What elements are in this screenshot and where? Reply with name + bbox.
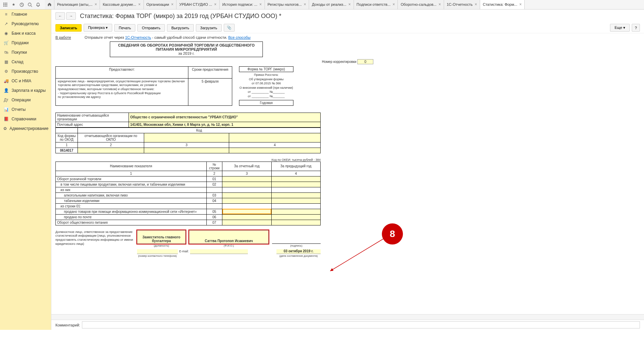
cell-current-07[interactable] bbox=[222, 220, 271, 225]
tab-8[interactable]: Оборотно-сальдов...× bbox=[398, 0, 444, 9]
sidebar-item-9[interactable]: ДтОперации bbox=[0, 95, 51, 105]
page-title: Статистика: Форма ТОРГ (микро) за 2019 г… bbox=[80, 13, 282, 20]
cell-current-06[interactable] bbox=[222, 214, 271, 220]
signature-area: Должностное лицо, ответственное за предо… bbox=[55, 230, 321, 247]
tab-close-icon[interactable]: × bbox=[95, 2, 97, 6]
help-button[interactable]: ? bbox=[632, 24, 640, 32]
cell-prev-07[interactable] bbox=[271, 220, 320, 225]
apps-icon[interactable] bbox=[1, 1, 10, 9]
sidebar-item-1[interactable]: ↗Руководителю bbox=[0, 19, 51, 29]
sidebar-item-12[interactable]: ✿Администрирование bbox=[0, 124, 51, 133]
sidebar-item-7[interactable]: 🚚ОС и НМА bbox=[0, 76, 51, 86]
date-field[interactable]: 03 октября 2019 г. bbox=[276, 249, 321, 254]
tab-3[interactable]: УРБАН СТУДИО ...× bbox=[176, 0, 220, 9]
status-label: В работе bbox=[55, 35, 71, 39]
sidebar-item-4[interactable]: 🛍Покупки bbox=[0, 48, 51, 57]
comment-input[interactable] bbox=[82, 321, 640, 328]
form-area[interactable]: СВЕДЕНИЯ ОБ ОБОРОТАХ РОЗНИЧНОЙ ТОРГОВЛИ … bbox=[51, 41, 644, 314]
cell-prev-06[interactable] bbox=[271, 214, 320, 220]
write-button[interactable]: Записать bbox=[55, 24, 82, 32]
email-input[interactable] bbox=[190, 249, 248, 254]
history-icon[interactable] bbox=[18, 1, 26, 9]
tab-7[interactable]: Подписи ответств...× bbox=[354, 0, 398, 9]
sidebar-item-0[interactable]: ≡Главное bbox=[0, 10, 51, 19]
sidebar-label: Отчеты bbox=[12, 107, 26, 112]
tab-close-icon[interactable]: × bbox=[392, 2, 395, 6]
sig-position-box[interactable]: Заместитель главного бухгалтера (должнос… bbox=[137, 230, 186, 247]
tab-1[interactable]: Кассовые докуме...× bbox=[100, 0, 143, 9]
tab-close-icon[interactable]: × bbox=[439, 2, 441, 6]
org-table: Наименование отчитывающейся организации … bbox=[55, 113, 321, 128]
cell-prev-04[interactable] bbox=[271, 198, 320, 203]
nav-forward-button[interactable]: → bbox=[66, 12, 76, 20]
tab-6[interactable]: Доходы от реализ...× bbox=[309, 0, 354, 9]
sig-sign-box[interactable]: (подпись) bbox=[272, 230, 321, 247]
horizontal-scrollbar[interactable] bbox=[51, 314, 644, 320]
tab-close-icon[interactable]: × bbox=[475, 2, 477, 6]
sidebar-label: Продажи bbox=[12, 40, 29, 45]
cell-prev-01[interactable] bbox=[271, 176, 320, 182]
tab-9[interactable]: 1С-Отчетность× bbox=[444, 0, 480, 9]
svg-line-11 bbox=[330, 239, 384, 271]
sidebar-item-8[interactable]: 👤Зарплата и кадры bbox=[0, 86, 51, 95]
cell-current-01[interactable] bbox=[222, 176, 271, 182]
search-icon[interactable] bbox=[26, 1, 34, 9]
star-icon[interactable]: ★ bbox=[10, 1, 18, 9]
tab-close-icon[interactable]: × bbox=[138, 2, 141, 6]
data-table: Наименование показателя № строки За отче… bbox=[55, 162, 321, 225]
tab-home[interactable] bbox=[45, 0, 54, 9]
callout-arrow bbox=[327, 235, 385, 276]
cell-current-02[interactable] bbox=[222, 182, 271, 187]
cell-current-04[interactable] bbox=[222, 198, 271, 203]
tab-2[interactable]: Организации× bbox=[144, 0, 177, 9]
sidebar-icon: 📕 bbox=[3, 116, 9, 122]
sidebar-item-11[interactable]: 📕Справочники bbox=[0, 114, 51, 124]
tab-close-icon[interactable]: × bbox=[171, 2, 173, 6]
link-all-ways[interactable]: Все способы bbox=[228, 35, 251, 39]
send-button[interactable]: Отправить bbox=[137, 24, 165, 32]
sidebar-item-5[interactable]: ▦Склад bbox=[0, 57, 51, 67]
svg-point-10 bbox=[28, 3, 31, 6]
print-button[interactable]: Печать bbox=[114, 24, 135, 32]
callout-badge: 8 bbox=[382, 223, 403, 244]
tab-close-icon[interactable]: × bbox=[214, 2, 217, 6]
sidebar-item-2[interactable]: ◉Банк и касса bbox=[0, 29, 51, 38]
tab-close-icon[interactable]: × bbox=[349, 2, 351, 6]
bell-icon[interactable] bbox=[34, 1, 42, 9]
cell-prev-03[interactable] bbox=[271, 192, 320, 198]
correction-input[interactable]: 0 bbox=[357, 59, 374, 64]
sidebar-label: Администрирование bbox=[10, 126, 48, 131]
import-button[interactable]: Загрузить bbox=[196, 24, 222, 32]
sidebar-item-6[interactable]: ⚙Производство bbox=[0, 67, 51, 76]
tab-close-icon[interactable]: × bbox=[304, 2, 306, 6]
sig-name-box[interactable]: Саттва Протопоп Исакиевич (Ф.И.О.) bbox=[189, 230, 268, 247]
export-button[interactable]: Выгрузить bbox=[167, 24, 194, 32]
phone-input[interactable] bbox=[137, 249, 178, 254]
sidebar-icon: ≡ bbox=[3, 12, 9, 17]
link-1c[interactable]: 1С-Отчетность bbox=[125, 35, 151, 39]
cell-current-03[interactable] bbox=[222, 192, 271, 198]
action-toolbar: Записать Проверка ▾ Печать Отправить Выг… bbox=[51, 22, 644, 33]
attach-button[interactable]: 📎 bbox=[224, 24, 235, 32]
table-row: Оборот розничной торговли01 bbox=[56, 176, 321, 182]
tab-close-icon[interactable]: × bbox=[519, 2, 522, 6]
tab-0[interactable]: Реализация (акты,...× bbox=[54, 0, 100, 9]
svg-rect-6 bbox=[3, 5, 4, 6]
sidebar-item-10[interactable]: 📊Отчеты bbox=[0, 105, 51, 114]
sidebar-item-3[interactable]: 🛒Продажи bbox=[0, 38, 51, 48]
more-button[interactable]: Еще ▾ bbox=[610, 24, 629, 32]
sidebar-label: Производство bbox=[12, 69, 38, 74]
nav-back-button[interactable]: ← bbox=[55, 12, 65, 20]
cell-current- bbox=[222, 187, 271, 192]
cell-prev-02[interactable] bbox=[271, 182, 320, 187]
tab-10[interactable]: Статистика: Форм...× bbox=[480, 0, 525, 9]
tab-close-icon[interactable]: × bbox=[259, 2, 262, 6]
cell-current-05[interactable] bbox=[222, 209, 271, 214]
tab-4[interactable]: История подписи: ...× bbox=[220, 0, 265, 9]
check-button[interactable]: Проверка ▾ bbox=[84, 24, 112, 32]
svg-rect-5 bbox=[6, 4, 7, 5]
svg-rect-4 bbox=[5, 4, 6, 5]
cell-prev-05[interactable] bbox=[271, 209, 320, 214]
tab-5[interactable]: Регистры налогов...× bbox=[265, 0, 309, 9]
form-name-box: Форма № ТОРГ (микро) bbox=[239, 66, 293, 72]
